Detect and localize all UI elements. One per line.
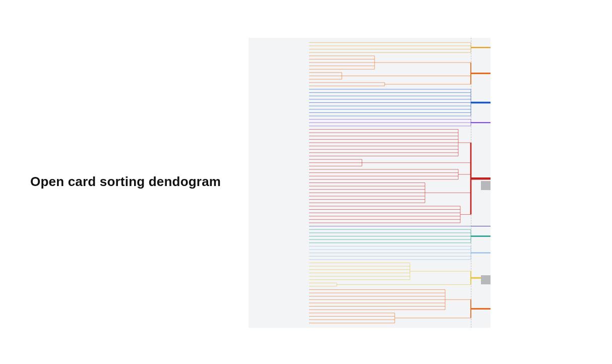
merge-block (481, 181, 491, 190)
merge-block (481, 275, 491, 284)
dendrogram-lines (309, 38, 491, 328)
dendrogram: EnergyGasElectricityDual fuelContract Ph… (249, 38, 491, 328)
canvas: Open card sorting dendogram EnergyGasEle… (0, 0, 612, 364)
page-title: Open card sorting dendogram (30, 174, 221, 190)
dendrogram-panel: EnergyGasElectricityDual fuelContract Ph… (249, 38, 491, 328)
